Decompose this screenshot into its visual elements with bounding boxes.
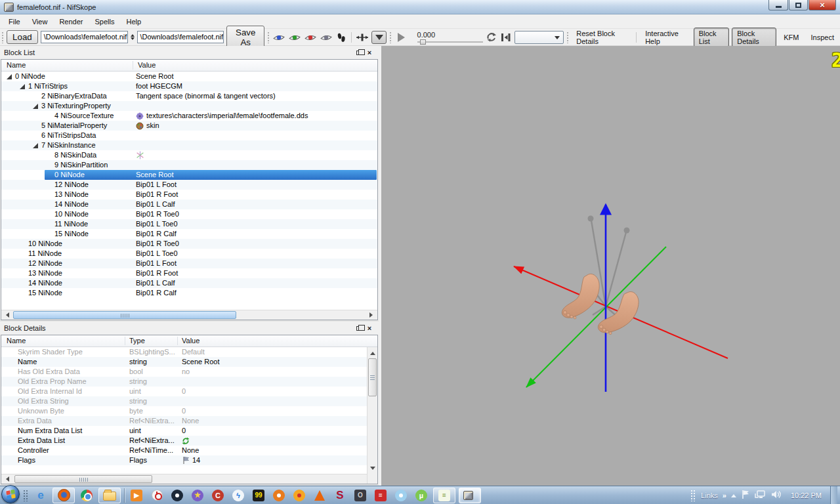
- block-list-row[interactable]: 0 NiNodeScene Root: [1, 170, 377, 180]
- block-list-column-header[interactable]: Name Value: [1, 60, 377, 72]
- hscroll-thumb[interactable]: [13, 311, 236, 319]
- block-list-row[interactable]: 3 NiTexturingProperty: [1, 101, 377, 111]
- action-center-flag-icon[interactable]: [741, 490, 750, 501]
- interactive-help-button[interactable]: Interactive Help: [640, 28, 691, 47]
- ccleaner-icon[interactable]: C: [209, 488, 226, 503]
- block-list-row[interactable]: 12 NiNodeBip01 L Foot: [1, 259, 377, 268]
- block-list-row[interactable]: 13 NiNodeBip01 R Foot: [1, 268, 377, 278]
- links-toolbar[interactable]: Links: [701, 492, 718, 499]
- camera-app-icon[interactable]: O: [352, 488, 369, 503]
- left-foot-mesh[interactable]: [562, 274, 599, 319]
- start-button[interactable]: [1, 485, 20, 503]
- block-list-row[interactable]: 7 NiSkinInstance: [1, 140, 377, 150]
- menu-help[interactable]: Help: [120, 16, 147, 28]
- menu-file[interactable]: File: [3, 16, 26, 28]
- detail-value-cell[interactable]: Scene Root: [182, 357, 219, 367]
- expand-arrow-icon[interactable]: [33, 104, 38, 109]
- block-list-row[interactable]: 10 NiNodeBip01 R Toe0: [1, 239, 377, 249]
- block-details-row[interactable]: ControllerRef<NiTime...None: [1, 446, 377, 455]
- animation-select[interactable]: [514, 31, 564, 44]
- vscroll-thumb[interactable]: [368, 358, 377, 396]
- block-list-row[interactable]: 15 NiNodeBip01 R Calf: [1, 288, 377, 298]
- star-app-icon[interactable]: ★: [189, 488, 206, 503]
- block-list-row[interactable]: 14 NiNodeBip01 L Calf: [1, 278, 377, 288]
- vlc-icon[interactable]: [311, 488, 328, 503]
- view-dropdown-button[interactable]: [371, 31, 387, 44]
- block-list-row[interactable]: 1 NiTriStripsfoot HGECGM: [1, 81, 377, 91]
- block-list-row[interactable]: 2 NiBinaryExtraDataTangent space (binorm…: [1, 91, 377, 101]
- power-app-icon[interactable]: [148, 488, 165, 503]
- axes-slider-icon[interactable]: [356, 31, 369, 44]
- maximize-button[interactable]: [789, 0, 808, 10]
- block-details-row[interactable]: Skyrim Shader TypeBSLightingS...Default: [1, 347, 377, 357]
- scroll-left-button[interactable]: [1, 474, 11, 484]
- column-type[interactable]: Type: [129, 337, 145, 345]
- save-path-field[interactable]: \Downloads\femalefoot.nif: [137, 31, 224, 43]
- tv-99-icon[interactable]: 99: [250, 488, 267, 503]
- menu-spells[interactable]: Spells: [89, 16, 120, 28]
- block-list-toggle-button[interactable]: Block List: [694, 28, 730, 47]
- column-name[interactable]: Name: [7, 61, 26, 69]
- internet-explorer-icon[interactable]: e: [32, 488, 49, 503]
- play-button[interactable]: [398, 33, 410, 42]
- chrome-icon[interactable]: [78, 488, 95, 503]
- flame-app-icon[interactable]: [291, 488, 308, 503]
- path-splitter[interactable]: [131, 32, 135, 42]
- close-panel-button[interactable]: ×: [364, 324, 375, 333]
- block-details-row[interactable]: FlagsFlags14: [1, 455, 377, 465]
- menu-view[interactable]: View: [26, 16, 54, 28]
- viewport-3d[interactable]: 2: [381, 46, 840, 486]
- show-collision-eye-icon[interactable]: [287, 30, 303, 45]
- close-button[interactable]: ×: [808, 0, 836, 10]
- time-slider-thumb[interactable]: [420, 39, 426, 45]
- text-editor-window-button[interactable]: ≡: [433, 488, 455, 503]
- block-list-row[interactable]: 9 NiSkinPartition: [1, 160, 377, 170]
- show-constraints-eye-icon[interactable]: [303, 30, 318, 45]
- block-details-toggle-button[interactable]: Block Details: [732, 28, 776, 47]
- toolbar-grip[interactable]: [389, 32, 392, 43]
- column-separator[interactable]: [177, 337, 178, 345]
- block-list-row[interactable]: 5 NiMaterialPropertyskin: [1, 121, 377, 131]
- nifskope-window-button[interactable]: [459, 488, 481, 503]
- block-list-row[interactable]: 0 NiNodeScene Root: [1, 72, 377, 81]
- block-details-panel-header[interactable]: Block Details ×: [0, 322, 379, 335]
- block-details-row[interactable]: Unknown Bytebyte0: [1, 406, 377, 416]
- detail-value-cell[interactable]: None: [182, 416, 199, 426]
- block-details-row[interactable]: Has Old Extra Databoolno: [1, 367, 377, 377]
- menu-render[interactable]: Render: [53, 16, 89, 28]
- block-list-panel-header[interactable]: Block List ×: [0, 46, 379, 59]
- taskbar-grip[interactable]: [23, 490, 29, 501]
- block-details-row[interactable]: Old Extra Stringstring: [1, 396, 377, 406]
- utorrent-icon[interactable]: µ: [413, 488, 430, 503]
- block-details-row[interactable]: Extra Data ListRef<NiExtra...: [1, 436, 377, 446]
- volume-icon[interactable]: [771, 490, 782, 501]
- block-details-row[interactable]: NamestringScene Root: [1, 357, 377, 367]
- inspect-button[interactable]: Inspect: [807, 32, 839, 43]
- float-panel-button[interactable]: [354, 324, 364, 333]
- crane-app-icon[interactable]: ≡: [372, 488, 389, 503]
- red-s-app-icon[interactable]: S: [331, 488, 348, 503]
- expand-arrow-icon[interactable]: [7, 74, 12, 79]
- footprints-icon[interactable]: [335, 31, 347, 44]
- open-path-field[interactable]: \Downloads\femalefoot.nif: [41, 31, 128, 43]
- media-player-icon[interactable]: ▶: [128, 488, 145, 503]
- tray-grip[interactable]: [690, 490, 696, 501]
- block-list-row[interactable]: 8 NiSkinData: [1, 150, 377, 160]
- detail-value-cell[interactable]: 0: [182, 387, 186, 396]
- steam-icon[interactable]: [169, 488, 186, 503]
- chevron-right-icon[interactable]: »: [723, 492, 726, 499]
- block-details-row[interactable]: Extra DataRef<NiExtra...None: [1, 416, 377, 426]
- load-button[interactable]: Load: [7, 30, 38, 44]
- block-list-row[interactable]: 13 NiNodeBip01 R Foot: [1, 190, 377, 200]
- toolbar-grip[interactable]: [1, 32, 4, 43]
- title-bar[interactable]: femalefoot.nif - NifSkope ×: [0, 0, 840, 14]
- expand-arrow-icon[interactable]: [20, 84, 25, 89]
- minimize-button[interactable]: [768, 0, 788, 10]
- scroll-left-button[interactable]: [1, 310, 11, 320]
- explorer-icon[interactable]: [98, 488, 121, 503]
- detail-value-cell[interactable]: 14: [182, 455, 200, 465]
- block-list-row[interactable]: 15 NiNodeBip01 R Calf: [1, 229, 377, 239]
- toolbar-grip[interactable]: [566, 32, 569, 43]
- block-list-hscrollbar[interactable]: [1, 310, 377, 320]
- block-list-row[interactable]: 10 NiNodeBip01 R Toe0: [1, 209, 377, 219]
